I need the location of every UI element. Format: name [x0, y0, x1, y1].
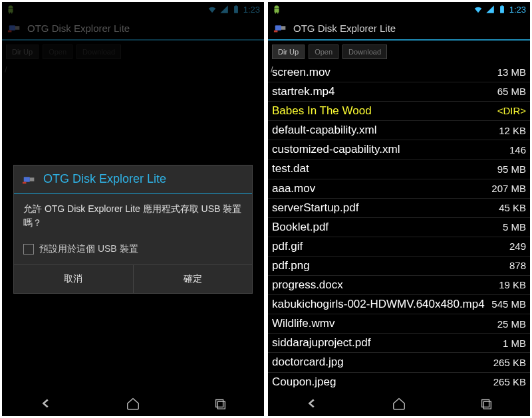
svg-rect-10	[274, 31, 278, 33]
file-name: Babes In The Wood	[272, 104, 493, 118]
file-name: Wildlife.wmv	[272, 316, 493, 331]
file-name: pdf.png	[272, 259, 505, 273]
file-row[interactable]: siddarajuproject.pdf1 MB	[268, 334, 530, 353]
file-size: 19 KB	[499, 278, 526, 292]
file-size: 45 KB	[499, 201, 526, 215]
usb-icon	[273, 21, 288, 35]
file-size: 12 KB	[499, 124, 526, 138]
toolbar: Dir Up Open Download	[268, 41, 530, 63]
titlebar: OTG Disk Explorer Lite	[268, 17, 530, 41]
phone-left: 1:23 OTG Disk Explorer Lite Dir Up Open …	[2, 2, 264, 416]
file-name: siddarajuproject.pdf	[272, 336, 499, 350]
file-row[interactable]: kabukichogirls-002-HDWMV.640x480.mp4545 …	[268, 295, 530, 314]
svg-rect-12	[484, 401, 491, 409]
navbar	[2, 391, 264, 416]
file-size: 545 MB	[491, 298, 526, 311]
checkbox-icon[interactable]	[23, 244, 34, 255]
svg-rect-9	[281, 26, 285, 30]
dirup-button[interactable]: Dir Up	[272, 45, 305, 59]
file-size: 13 MB	[497, 66, 526, 79]
file-name: Coupon.jpeg	[272, 375, 489, 389]
file-name: screen.mov	[272, 65, 493, 80]
phone-right: 1:23 OTG Disk Explorer Lite Dir Up Open …	[268, 2, 530, 416]
file-size: 146	[509, 144, 526, 157]
svg-rect-4	[30, 177, 34, 181]
file-name: default-capability.xml	[272, 123, 495, 138]
file-size: <DIR>	[497, 104, 526, 118]
file-name: test.dat	[272, 161, 493, 176]
file-name: doctorcard.jpg	[272, 355, 489, 369]
svg-rect-5	[23, 181, 27, 183]
file-size: 95 MB	[497, 163, 526, 176]
file-size: 25 MB	[497, 318, 526, 331]
recent-apps-icon[interactable]	[211, 396, 229, 411]
wifi-icon	[473, 5, 483, 14]
back-icon[interactable]	[303, 396, 321, 411]
file-name: progress.docx	[272, 278, 495, 292]
file-size: 265 KB	[493, 356, 526, 369]
file-size: 5 MB	[503, 221, 526, 234]
dialog-title: OTG Disk Explorer Lite	[43, 172, 166, 186]
file-name: startrek.mp4	[272, 84, 493, 99]
file-row[interactable]: customized-capability.xml146	[268, 140, 530, 159]
file-row[interactable]: screen.mov13 MB	[268, 63, 530, 82]
file-row[interactable]: Booklet.pdf5 MB	[268, 218, 530, 237]
file-row[interactable]: Wildlife.wmv25 MB	[268, 314, 530, 334]
svg-rect-6	[216, 400, 223, 407]
svg-rect-8	[275, 25, 281, 30]
file-name: pdf.gif	[272, 239, 505, 254]
file-row[interactable]: startrek.mp465 MB	[268, 82, 530, 102]
file-size: 65 MB	[497, 85, 526, 98]
file-name: kabukichogirls-002-HDWMV.640x480.mp4	[272, 297, 487, 312]
navbar	[268, 391, 530, 416]
file-row[interactable]: serverStartup.pdf45 KB	[268, 199, 530, 218]
cancel-button[interactable]: 取消	[14, 265, 134, 293]
home-icon[interactable]	[124, 396, 142, 411]
svg-rect-7	[218, 401, 225, 409]
clock: 1:23	[509, 5, 526, 15]
file-row[interactable]: Coupon.jpeg265 KB	[268, 373, 530, 391]
recent-apps-icon[interactable]	[477, 396, 495, 411]
usb-permission-dialog: OTG Disk Explorer Lite 允許 OTG Disk Explo…	[13, 165, 253, 294]
home-icon[interactable]	[390, 396, 408, 411]
file-row[interactable]: pdf.gif249	[268, 237, 530, 257]
dialog-buttons: 取消 確定	[14, 264, 252, 293]
statusbar: 1:23	[268, 2, 530, 17]
download-button[interactable]: Download	[342, 45, 387, 59]
open-button[interactable]: Open	[309, 45, 338, 59]
dialog-message: 允許 OTG Disk Explorer Lite 應用程式存取 USB 裝置嗎…	[14, 194, 252, 238]
app-title: OTG Disk Explorer Lite	[293, 23, 396, 34]
svg-rect-11	[482, 400, 489, 407]
file-list[interactable]: screen.mov13 MBstartrek.mp465 MBBabes In…	[268, 63, 530, 391]
file-row[interactable]: doctorcard.jpg265 KB	[268, 353, 530, 372]
file-name: customized-capability.xml	[272, 142, 505, 157]
file-row[interactable]: test.dat95 MB	[268, 159, 530, 179]
signal-icon	[485, 5, 495, 14]
dialog-overlay: OTG Disk Explorer Lite 允許 OTG Disk Explo…	[2, 2, 264, 416]
android-icon	[272, 5, 281, 14]
dialog-checkbox-row[interactable]: 預設用於這個 USB 裝置	[14, 238, 252, 264]
dialog-header: OTG Disk Explorer Lite	[14, 165, 252, 194]
file-name: Booklet.pdf	[272, 220, 499, 235]
checkbox-label: 預設用於這個 USB 裝置	[39, 243, 138, 255]
file-size: 265 KB	[493, 375, 526, 389]
file-size: 1 MB	[503, 337, 526, 350]
file-size: 207 MB	[491, 182, 526, 195]
svg-rect-3	[24, 177, 30, 181]
file-size: 878	[509, 259, 526, 272]
file-name: aaa.mov	[272, 181, 487, 196]
file-row[interactable]: progress.docx19 KB	[268, 276, 530, 295]
file-name: serverStartup.pdf	[272, 201, 495, 215]
file-row[interactable]: aaa.mov207 MB	[268, 179, 530, 199]
file-row[interactable]: Babes In The Wood<DIR>	[268, 102, 530, 121]
usb-icon	[22, 172, 37, 187]
file-row[interactable]: pdf.png878	[268, 257, 530, 276]
file-row[interactable]: default-capability.xml12 KB	[268, 121, 530, 140]
back-icon[interactable]	[37, 396, 55, 411]
file-size: 249	[509, 240, 526, 253]
ok-button[interactable]: 確定	[134, 265, 253, 293]
battery-icon	[497, 5, 507, 14]
